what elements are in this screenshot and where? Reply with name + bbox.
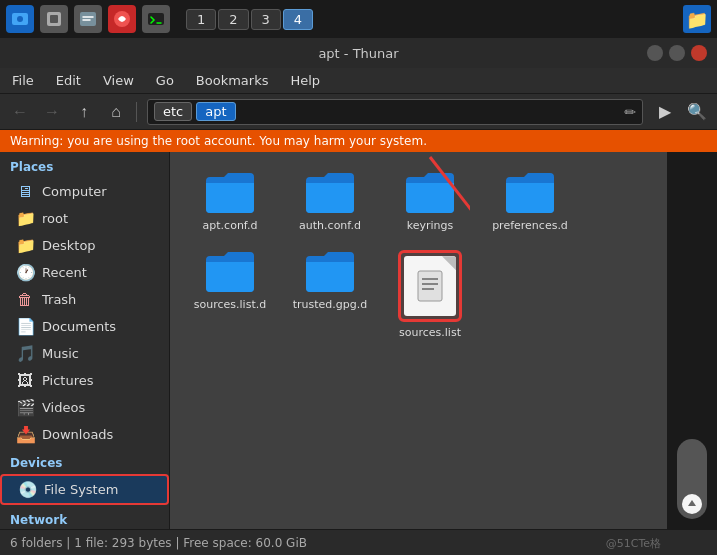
taskbar-folder-icon[interactable]: 📁 (683, 5, 711, 33)
main-area: Places 🖥 Computer 📁 root 📁 Desktop 🕐 Rec… (0, 152, 717, 529)
menu-edit[interactable]: Edit (52, 71, 85, 90)
downloads-icon: 📥 (16, 425, 34, 444)
menu-view[interactable]: View (99, 71, 138, 90)
file-item-keyrings[interactable]: keyrings (385, 167, 475, 236)
watermark: @51CTe格 (606, 536, 661, 551)
sidebar-item-filesystem[interactable]: 💿 File System (0, 474, 169, 505)
forward-button[interactable]: → (38, 98, 66, 126)
tab-2[interactable]: 2 (218, 9, 248, 30)
svg-rect-7 (418, 271, 442, 301)
filesystem-icon: 💿 (18, 480, 36, 499)
menu-bookmarks[interactable]: Bookmarks (192, 71, 273, 90)
menu-go[interactable]: Go (152, 71, 178, 90)
warning-bar: Warning: you are using the root account.… (0, 130, 717, 152)
sidebar-label-desktop: Desktop (42, 238, 96, 253)
file-name-sources-list: sources.list (399, 326, 461, 339)
breadcrumb-etc[interactable]: etc (154, 102, 192, 121)
sidebar-label-music: Music (42, 346, 79, 361)
desktop-icon: 📁 (16, 236, 34, 255)
sidebar-item-music[interactable]: 🎵 Music (0, 340, 169, 367)
folder-icon-apt-conf-d (204, 171, 256, 215)
sidebar-item-documents[interactable]: 📄 Documents (0, 313, 169, 340)
network-section-title: Network (0, 505, 169, 529)
taskbar-icon-4[interactable] (108, 5, 136, 33)
file-item-trusted-gpg-d[interactable]: trusted.gpg.d (285, 246, 375, 343)
tab-3[interactable]: 3 (251, 9, 281, 30)
sidebar-label-recent: Recent (42, 265, 87, 280)
title-bar: apt - Thunar (0, 38, 717, 68)
scroll-indicator (677, 439, 707, 519)
taskbar-icon-1[interactable] (6, 5, 34, 33)
up-button[interactable]: ↑ (70, 98, 98, 126)
computer-icon: 🖥 (16, 182, 34, 201)
pictures-icon: 🖼 (16, 371, 34, 390)
file-name-auth-conf-d: auth.conf.d (299, 219, 361, 232)
folder-icon-sources-list-d (204, 250, 256, 294)
minimize-button[interactable] (647, 45, 663, 61)
videos-icon: 🎬 (16, 398, 34, 417)
taskbar-icon-2[interactable] (40, 5, 68, 33)
sidebar-item-computer[interactable]: 🖥 Computer (0, 178, 169, 205)
sidebar-label-trash: Trash (42, 292, 76, 307)
menu-help[interactable]: Help (286, 71, 324, 90)
svg-rect-4 (80, 12, 96, 26)
menu-bar: File Edit View Go Bookmarks Help (0, 68, 717, 94)
search-button[interactable]: 🔍 (683, 98, 711, 126)
sidebar-label-videos: Videos (42, 400, 85, 415)
status-text: 6 folders | 1 file: 293 bytes | Free spa… (10, 536, 307, 550)
edit-path-icon[interactable]: ✏ (624, 104, 636, 120)
sidebar-item-trash[interactable]: 🗑 Trash (0, 286, 169, 313)
sidebar-item-downloads[interactable]: 📥 Downloads (0, 421, 169, 448)
sidebar-label-filesystem: File System (44, 482, 118, 497)
file-area: apt.conf.d auth.conf.d keyrings preferen… (170, 152, 667, 529)
sidebar-item-desktop[interactable]: 📁 Desktop (0, 232, 169, 259)
file-item-sources-list-d[interactable]: sources.list.d (185, 246, 275, 343)
sidebar-label-root: root (42, 211, 68, 226)
folder-icon-keyrings (404, 171, 456, 215)
menu-file[interactable]: File (8, 71, 38, 90)
svg-rect-3 (50, 15, 58, 23)
right-panel (667, 152, 717, 529)
sidebar-label-computer: Computer (42, 184, 107, 199)
thunar-window: apt - Thunar File Edit View Go Bookmarks… (0, 38, 717, 555)
maximize-button[interactable] (669, 45, 685, 61)
file-item-preferences-d[interactable]: preferences.d (485, 167, 575, 236)
close-button[interactable] (691, 45, 707, 61)
scroll-thumb (682, 494, 702, 514)
sidebar-label-documents: Documents (42, 319, 116, 334)
sidebar-label-pictures: Pictures (42, 373, 93, 388)
root-icon: 📁 (16, 209, 34, 228)
taskbar-icon-3[interactable] (74, 5, 102, 33)
taskbar: 1 2 3 4 📁 (0, 0, 717, 38)
folder-icon-preferences-d (504, 171, 556, 215)
window-title: apt - Thunar (70, 46, 647, 61)
music-icon: 🎵 (16, 344, 34, 363)
places-section-title: Places (0, 152, 169, 178)
home-button[interactable]: ⌂ (102, 98, 130, 126)
trash-icon: 🗑 (16, 290, 34, 309)
tab-1[interactable]: 1 (186, 9, 216, 30)
file-item-apt-conf-d[interactable]: apt.conf.d (185, 167, 275, 236)
address-bar: etc apt ✏ (147, 99, 643, 125)
folder-icon-auth-conf-d (304, 171, 356, 215)
file-name-sources-list-d: sources.list.d (194, 298, 266, 311)
sidebar-item-videos[interactable]: 🎬 Videos (0, 394, 169, 421)
sidebar-item-pictures[interactable]: 🖼 Pictures (0, 367, 169, 394)
file-item-auth-conf-d[interactable]: auth.conf.d (285, 167, 375, 236)
next-pane-button[interactable]: ▶ (651, 98, 679, 126)
sidebar-item-recent[interactable]: 🕐 Recent (0, 259, 169, 286)
sidebar: Places 🖥 Computer 📁 root 📁 Desktop 🕐 Rec… (0, 152, 170, 529)
documents-icon: 📄 (16, 317, 34, 336)
toolbar: ← → ↑ ⌂ etc apt ✏ ▶ 🔍 (0, 94, 717, 130)
file-name-apt-conf-d: apt.conf.d (203, 219, 258, 232)
devices-section-title: Devices (0, 448, 169, 474)
folder-icon-trusted-gpg-d (304, 250, 356, 294)
back-button[interactable]: ← (6, 98, 34, 126)
svg-point-1 (17, 16, 23, 22)
file-item-sources-list[interactable]: sources.list (385, 246, 475, 343)
sidebar-item-root[interactable]: 📁 root (0, 205, 169, 232)
breadcrumb-apt[interactable]: apt (196, 102, 235, 121)
tab-4[interactable]: 4 (283, 9, 313, 30)
sidebar-label-downloads: Downloads (42, 427, 113, 442)
taskbar-icon-terminal[interactable] (142, 5, 170, 33)
